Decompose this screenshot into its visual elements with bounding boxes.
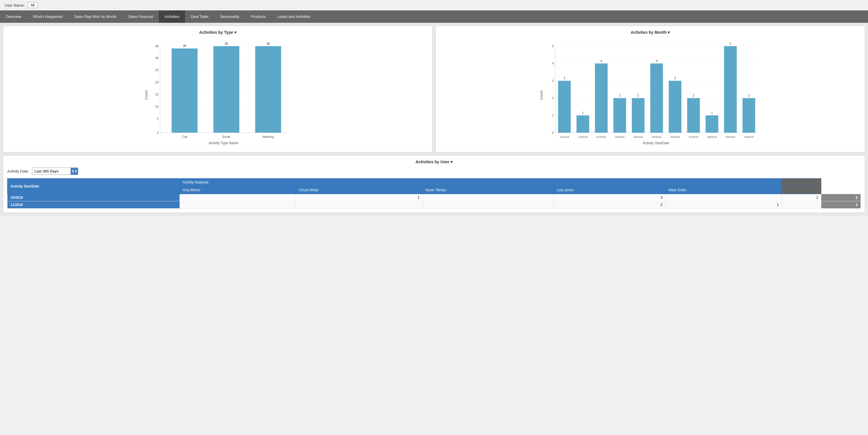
chart-left-title[interactable]: Activities by Type ▾ xyxy=(7,30,428,35)
charts-row: Activities by Type ▾ Count 0 5 10 xyxy=(3,26,865,152)
svg-text:06/2019: 06/2019 xyxy=(670,136,680,139)
svg-text:10: 10 xyxy=(155,105,158,108)
svg-text:Activity Type Name: Activity Type Name xyxy=(209,141,238,145)
filter-row: Activity Date: Last 365 DaysLast 90 Days… xyxy=(7,168,861,175)
svg-text:2: 2 xyxy=(552,96,554,100)
svg-text:Activity StartDate: Activity StartDate xyxy=(643,141,669,145)
table-row-date-1: 11/2018 xyxy=(7,201,180,208)
user-name-button[interactable]: All xyxy=(27,2,37,8)
svg-text:3: 3 xyxy=(552,79,554,83)
svg-text:5: 5 xyxy=(157,117,158,120)
table-cell-1-3: 2 xyxy=(554,201,665,208)
svg-text:05/2019: 05/2019 xyxy=(652,136,661,139)
table-cell-1-4: 1 xyxy=(666,201,782,208)
svg-rect-22 xyxy=(255,46,281,133)
nav-item-products[interactable]: Products xyxy=(245,10,272,23)
svg-text:3: 3 xyxy=(674,77,676,80)
svg-text:5: 5 xyxy=(730,42,732,45)
table-cell-0-5: 2 xyxy=(782,194,821,201)
svg-rect-54 xyxy=(669,81,682,133)
svg-text:20: 20 xyxy=(155,81,158,84)
svg-text:11/2018: 11/2018 xyxy=(560,136,569,139)
svg-text:03/2019: 03/2019 xyxy=(615,136,624,139)
svg-rect-46 xyxy=(595,63,608,133)
svg-text:2: 2 xyxy=(619,94,621,97)
bottom-panel: Activities by User ▾ Activity Date: Last… xyxy=(3,155,865,213)
nav-item-activities[interactable]: Activities xyxy=(159,10,185,23)
svg-text:Email: Email xyxy=(222,135,230,139)
svg-text:2: 2 xyxy=(693,94,694,97)
chart-left-panel: Activities by Type ▾ Count 0 5 10 xyxy=(3,26,433,152)
svg-text:5: 5 xyxy=(552,45,554,48)
user-name-label: User Name: xyxy=(5,3,25,7)
chart-left-svg: Count 0 5 10 15 20 25 30 36 xyxy=(7,37,428,147)
svg-text:1: 1 xyxy=(582,111,584,115)
svg-text:36: 36 xyxy=(155,45,158,48)
svg-text:Call: Call xyxy=(182,135,187,139)
svg-text:09/2019: 09/2019 xyxy=(726,136,735,139)
svg-text:1: 1 xyxy=(552,114,554,117)
table-cell-0-0 xyxy=(180,194,296,201)
nav-item-sales-rep-won-by-month[interactable]: Sales Rep Won by Month xyxy=(68,10,122,23)
table-cell-0-2 xyxy=(423,194,554,201)
svg-rect-42 xyxy=(558,81,571,133)
main-nav: OverviewWhat's HappenedSales Rep Won by … xyxy=(0,10,868,23)
table-cell-0-1: 1 xyxy=(296,194,423,201)
bottom-title[interactable]: Activities by User ▾ xyxy=(7,160,861,164)
svg-rect-20 xyxy=(214,46,240,133)
chart-right-svg: Count 0 1 2 3 4 5 3 xyxy=(440,37,861,147)
nav-item-sales-forecast[interactable]: Sales Forecast xyxy=(122,10,159,23)
svg-text:15: 15 xyxy=(155,93,158,96)
table-cell-0-6: 6 xyxy=(821,194,861,201)
table-row: 10/20181326 xyxy=(7,194,861,201)
table-cell-0-3: 3 xyxy=(554,194,665,201)
table-cell-1-6: 3 xyxy=(821,201,861,208)
svg-rect-52 xyxy=(650,63,663,133)
nav-item-seasonality[interactable]: Seasonality xyxy=(214,10,245,23)
chart-right-panel: Activites by Month ▾ Count 0 1 2 3 4 xyxy=(435,26,865,152)
table-col-header-2: Kevin Tillman xyxy=(423,186,554,194)
svg-rect-56 xyxy=(687,98,700,133)
table-cell-1-5 xyxy=(782,201,821,208)
top-bar: User Name: All xyxy=(0,0,868,10)
svg-text:36: 36 xyxy=(266,42,270,45)
table-col-header-5 xyxy=(782,186,821,194)
svg-text:35: 35 xyxy=(183,44,186,48)
svg-rect-50 xyxy=(632,98,645,133)
table-total-col-header xyxy=(782,179,821,186)
svg-text:12/2018: 12/2018 xyxy=(578,136,588,139)
activity-date-select[interactable]: Last 365 DaysLast 90 DaysLast 30 DaysAll… xyxy=(32,168,78,175)
svg-rect-60 xyxy=(724,46,737,133)
table-cell-1-2 xyxy=(423,201,554,208)
svg-text:0: 0 xyxy=(552,131,554,135)
svg-rect-48 xyxy=(614,98,626,133)
svg-text:01/2019: 01/2019 xyxy=(596,136,606,139)
chart-right-title[interactable]: Activites by Month ▾ xyxy=(440,30,861,35)
svg-text:08/2019: 08/2019 xyxy=(707,136,717,139)
nav-item-overview[interactable]: Overview xyxy=(0,10,27,23)
svg-text:36: 36 xyxy=(224,42,228,45)
nav-item-leads-and-activities[interactable]: Leads and Activities xyxy=(272,10,316,23)
nav-item-what's-happened[interactable]: What's Happened xyxy=(27,10,68,23)
table-row-header-col: Activity StartDate xyxy=(7,179,180,194)
svg-text:4: 4 xyxy=(552,62,554,65)
table-group-header: Activity Assignee xyxy=(180,179,782,186)
svg-rect-18 xyxy=(172,49,198,133)
svg-text:Meeting: Meeting xyxy=(262,135,274,139)
table-col-header-1: Chuck White xyxy=(296,186,423,194)
nav-item-deal-table[interactable]: Deal Table xyxy=(185,10,214,23)
svg-text:Count: Count xyxy=(539,90,544,100)
svg-text:07/2019: 07/2019 xyxy=(689,136,698,139)
svg-text:4: 4 xyxy=(600,59,602,63)
filter-select-wrapper[interactable]: Last 365 DaysLast 90 DaysLast 30 DaysAll… xyxy=(32,168,78,175)
table-col-header-4: Mark Smith xyxy=(666,186,782,194)
table-row-date-0: 10/2018 xyxy=(7,194,180,201)
svg-text:25: 25 xyxy=(155,68,158,72)
activities-by-user-table: Activity StartDate Activity Assignee Amy… xyxy=(7,178,861,208)
svg-text:10/2019: 10/2019 xyxy=(744,136,753,139)
main-content: Activities by Type ▾ Count 0 5 10 xyxy=(0,23,868,216)
table-cell-1-1 xyxy=(296,201,423,208)
svg-text:4: 4 xyxy=(656,59,658,63)
svg-text:0: 0 xyxy=(157,131,158,135)
svg-rect-58 xyxy=(706,115,718,133)
